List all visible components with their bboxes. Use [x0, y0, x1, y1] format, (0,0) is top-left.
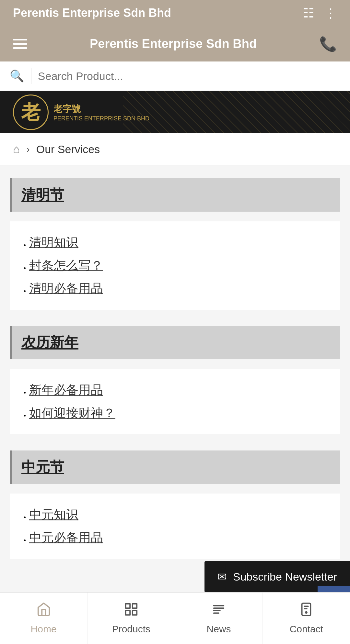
hamburger-menu-button[interactable]	[13, 39, 27, 49]
mail-icon: ✉	[217, 570, 227, 583]
banner: 老 老字號 PERENTIS ENTERPRISE SDN BHD	[0, 91, 350, 133]
bookmark-list-icon[interactable]: ☷	[303, 6, 314, 20]
search-bar: 🔍	[0, 61, 350, 91]
status-bar: Perentis Enterprise Sdn Bhd ☷ ⋮	[0, 0, 350, 26]
section-zhongyuan: 中元节 中元知识 中元必备用品	[10, 450, 340, 559]
link-newyear-supplies[interactable]: 新年必备用品	[29, 383, 103, 397]
list-item: 清明知识	[29, 234, 334, 251]
section-qingming: 清明节 清明知识 封条怎么写？ 清明必备用品	[10, 178, 340, 310]
link-qingming-supplies[interactable]: 清明必备用品	[29, 282, 103, 295]
section-zhongyuan-list: 中元知识 中元必备用品	[10, 494, 340, 559]
section-qingming-title: 清明节	[21, 187, 64, 203]
section-lunar-header: 农历新年	[10, 326, 340, 359]
news-nav-icon	[211, 602, 226, 620]
search-divider	[31, 68, 31, 84]
nav-news[interactable]: News	[175, 593, 263, 644]
bottom-nav: Home Products News Contact	[0, 592, 350, 644]
more-options-icon[interactable]: ⋮	[324, 6, 337, 20]
header: Perentis Enterprise Sdn Bhd 📞	[0, 26, 350, 61]
list-item: 如何迎接财神？	[29, 405, 334, 421]
products-nav-icon	[124, 602, 139, 620]
home-nav-icon	[36, 602, 51, 620]
svg-rect-2	[126, 611, 130, 615]
list-item: 封条怎么写？	[29, 257, 334, 274]
section-qingming-list: 清明知识 封条怎么写？ 清明必备用品	[10, 221, 340, 310]
svg-rect-3	[133, 611, 137, 615]
nav-contact-label: Contact	[290, 624, 323, 635]
link-qingming-knowledge[interactable]: 清明知识	[29, 236, 78, 249]
nav-home-label: Home	[31, 624, 57, 635]
list-item: 新年必备用品	[29, 382, 334, 398]
link-zhongyuan-supplies[interactable]: 中元必备用品	[29, 531, 103, 544]
banner-logo-circle: 老	[13, 94, 49, 130]
header-title: Perentis Enterprise Sdn Bhd	[90, 37, 257, 51]
section-qingming-header: 清明节	[10, 178, 340, 212]
phone-icon[interactable]: 📞	[319, 36, 337, 52]
main-content: 清明节 清明知识 封条怎么写？ 清明必备用品 农历新年 新年必备用品 如何迎接财…	[0, 165, 350, 588]
list-item: 中元知识	[29, 506, 334, 523]
section-zhongyuan-header: 中元节	[10, 450, 340, 484]
nav-home[interactable]: Home	[0, 593, 88, 644]
section-lunar-title: 农历新年	[21, 334, 78, 350]
contact-nav-icon	[299, 602, 314, 620]
breadcrumb-chevron-icon: ›	[27, 144, 30, 155]
list-item: 清明必备用品	[29, 280, 334, 297]
svg-point-5	[306, 612, 307, 613]
nav-products[interactable]: Products	[88, 593, 175, 644]
svg-rect-1	[133, 604, 137, 608]
breadcrumb-current: Our Services	[36, 143, 100, 156]
list-item: 中元必备用品	[29, 529, 334, 546]
banner-decoration	[123, 91, 350, 133]
status-icons: ☷ ⋮	[303, 6, 337, 20]
link-newyear-caisheng[interactable]: 如何迎接财神？	[29, 406, 115, 420]
breadcrumb: ⌂ › Our Services	[0, 133, 350, 165]
link-qingming-write[interactable]: 封条怎么写？	[29, 259, 103, 272]
home-icon[interactable]: ⌂	[13, 142, 20, 156]
nav-products-label: Products	[112, 624, 150, 635]
nav-contact[interactable]: Contact	[263, 593, 350, 644]
section-lunar-list: 新年必备用品 如何迎接财神？	[10, 369, 340, 434]
svg-rect-0	[126, 604, 130, 608]
search-input[interactable]	[38, 70, 340, 83]
search-icon: 🔍	[10, 69, 24, 83]
section-zhongyuan-title: 中元节	[21, 459, 64, 475]
link-zhongyuan-knowledge[interactable]: 中元知识	[29, 508, 78, 521]
app-title: Perentis Enterprise Sdn Bhd	[13, 6, 171, 20]
nav-news-label: News	[207, 624, 231, 635]
section-lunar-new-year: 农历新年 新年必备用品 如何迎接财神？	[10, 326, 340, 434]
subscribe-label: Subscribe Newsletter	[233, 571, 337, 583]
